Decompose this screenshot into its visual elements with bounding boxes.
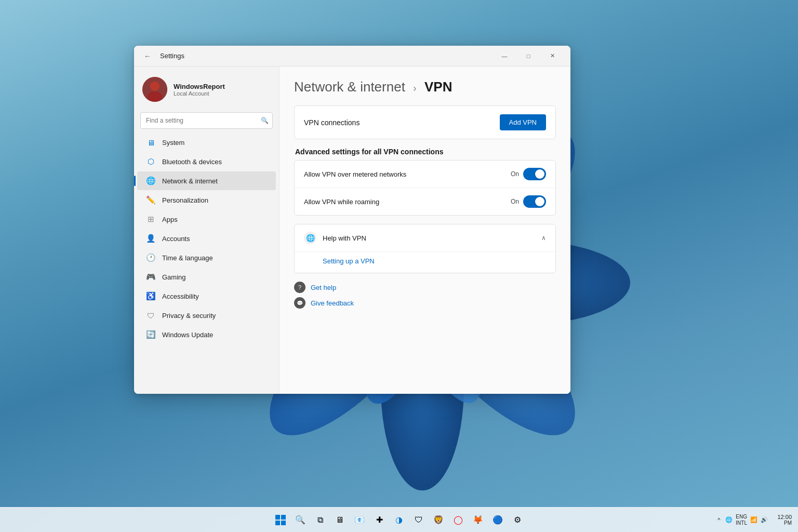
accounts-icon: 👤 <box>145 233 156 244</box>
nav-list: 🖥 System ⬡ Bluetooth & devices 🌐 Network… <box>134 133 279 344</box>
clock[interactable]: 12:00 PM <box>771 514 792 526</box>
taskbar-explorer[interactable]: 🖥 <box>330 511 349 529</box>
sidebar-item-label-apps: Apps <box>162 216 178 223</box>
help-vpn-header[interactable]: 🌐 Help with VPN ∧ <box>295 224 555 251</box>
edge-icon: ◑ <box>395 515 403 525</box>
roaming-toggle-wrapper: On <box>511 195 546 208</box>
taskbar-teams[interactable]: ✚ <box>370 511 389 529</box>
close-button[interactable]: ✕ <box>540 48 564 64</box>
sidebar-item-label-gaming: Gaming <box>162 273 186 281</box>
sidebar-item-label-network: Network & internet <box>162 177 218 185</box>
user-account-type: Local Account <box>174 90 225 97</box>
opera-icon: ◯ <box>454 515 463 525</box>
advanced-section-title: Advanced settings for all VPN connection… <box>294 148 556 156</box>
taskbar-mail[interactable]: 📧 <box>350 511 369 529</box>
sidebar-item-accounts[interactable]: 👤 Accounts <box>137 229 276 248</box>
task-view-button[interactable]: ⧉ <box>311 511 329 529</box>
help-vpn-body: Setting up a VPN <box>295 251 555 273</box>
sidebar-item-update[interactable]: 🔄 Windows Update <box>137 325 276 344</box>
window-title: Settings <box>160 52 184 60</box>
sidebar: WindowsReport Local Account 🔍 🖥 System ⬡ <box>134 66 280 394</box>
sidebar-item-network[interactable]: 🌐 Network & internet <box>137 171 276 190</box>
sidebar-item-label-accessibility: Accessibility <box>162 292 199 300</box>
firefox-icon: 🦊 <box>473 515 483 525</box>
svg-point-19 <box>148 91 162 102</box>
give-feedback-link[interactable]: Give feedback <box>311 299 354 307</box>
taskbar-edge[interactable]: ◑ <box>390 511 408 529</box>
sidebar-item-label-bluetooth: Bluetooth & devices <box>162 158 222 166</box>
taskbar-opera[interactable]: ◯ <box>449 511 468 529</box>
title-bar-left: ← Settings <box>140 49 493 63</box>
sidebar-item-time[interactable]: 🕐 Time & language <box>137 248 276 267</box>
time-display: 12:00 <box>771 514 792 520</box>
gaming-icon: 🎮 <box>145 272 156 282</box>
taskbar-brave[interactable]: 🦁 <box>429 511 448 529</box>
get-help-link[interactable]: Get help <box>311 284 336 291</box>
page-header: Network & internet › VPN <box>294 79 556 95</box>
tray-wifi[interactable]: 📶 <box>750 516 757 523</box>
sidebar-item-accessibility[interactable]: ♿ Accessibility <box>137 287 276 305</box>
sidebar-item-privacy[interactable]: 🛡 Privacy & security <box>137 306 276 325</box>
search-box: 🔍 <box>140 112 273 129</box>
user-profile: WindowsReport Local Account <box>134 71 279 110</box>
tray-globe[interactable]: 🌐 <box>725 516 733 523</box>
settings-window: ← Settings — □ ✕ WindowsRepor <box>134 46 570 394</box>
minimize-button[interactable]: — <box>493 48 516 64</box>
vpn-icon: 🛡 <box>415 515 423 525</box>
taskbar-right: ^ 🌐 ENG INTL 📶 🔊 12:00 PM <box>715 514 792 526</box>
help-vpn-card: 🌐 Help with VPN ∧ Setting up a VPN <box>294 224 556 273</box>
tray-volume[interactable]: 🔊 <box>761 516 768 523</box>
sidebar-item-personalization[interactable]: ✏️ Personalization <box>137 191 276 209</box>
get-help-row: ? Get help <box>294 282 556 293</box>
svg-rect-23 <box>281 521 286 525</box>
breadcrumb-separator: › <box>413 82 417 94</box>
feedback-icon: 💬 <box>297 300 303 306</box>
language-label: ENG <box>736 514 747 520</box>
sidebar-item-label-time: Time & language <box>162 254 213 262</box>
accessibility-icon: ♿ <box>145 291 156 301</box>
roaming-toggle[interactable] <box>523 195 546 208</box>
apps-icon: ⊞ <box>145 214 156 224</box>
tray-language[interactable]: ENG INTL <box>736 514 747 526</box>
metered-networks-toggle[interactable] <box>523 168 546 180</box>
vpn-connections-card: VPN connections Add VPN <box>294 105 556 139</box>
taskbar-chrome[interactable]: 🔵 <box>488 511 507 529</box>
system-icon: 🖥 <box>145 137 156 148</box>
sidebar-item-label-personalization: Personalization <box>162 196 208 204</box>
avatar <box>142 77 167 102</box>
user-name: WindowsReport <box>174 83 225 90</box>
title-bar-controls: — □ ✕ <box>493 48 564 64</box>
privacy-icon: 🛡 <box>145 310 156 321</box>
taskbar-firefox[interactable]: 🦊 <box>469 511 487 529</box>
sidebar-item-bluetooth[interactable]: ⬡ Bluetooth & devices <box>137 152 276 171</box>
taskbar-search-button[interactable]: 🔍 <box>291 511 310 529</box>
metered-networks-status: On <box>511 170 519 178</box>
add-vpn-button[interactable]: Add VPN <box>500 114 546 130</box>
help-vpn-title: Help with VPN <box>323 234 366 242</box>
sidebar-item-label-update: Windows Update <box>162 331 213 339</box>
update-icon: 🔄 <box>145 329 156 340</box>
sidebar-item-label-accounts: Accounts <box>162 235 190 243</box>
sidebar-item-apps[interactable]: ⊞ Apps <box>137 210 276 229</box>
sidebar-item-gaming[interactable]: 🎮 Gaming <box>137 268 276 286</box>
settings-icon: ⚙ <box>514 515 521 525</box>
setup-vpn-link[interactable]: Setting up a VPN <box>323 257 375 265</box>
tray-chevron[interactable]: ^ <box>715 516 722 524</box>
mail-icon: 📧 <box>354 515 365 525</box>
breadcrumb-current: VPN <box>424 79 452 95</box>
taskbar-vpn[interactable]: 🛡 <box>409 511 428 529</box>
back-button[interactable]: ← <box>140 49 155 63</box>
give-feedback-icon: 💬 <box>294 297 305 309</box>
taskbar-center: 🔍 ⧉ 🖥 📧 ✚ ◑ 🛡 🦁 ◯ 🦊 🔵 <box>271 511 527 529</box>
taskbar-search-icon: 🔍 <box>295 515 305 525</box>
start-button[interactable] <box>271 511 290 529</box>
search-input[interactable] <box>140 112 273 129</box>
maximize-button[interactable]: □ <box>516 48 540 64</box>
help-header-left: 🌐 Help with VPN <box>304 232 366 244</box>
taskbar-settings[interactable]: ⚙ <box>508 511 527 529</box>
metered-networks-row: Allow VPN over metered networks On <box>295 161 555 188</box>
teams-icon: ✚ <box>376 515 383 525</box>
sidebar-item-system[interactable]: 🖥 System <box>137 133 276 152</box>
search-icon-button[interactable]: 🔍 <box>261 117 269 124</box>
metered-networks-toggle-wrapper: On <box>511 168 546 180</box>
